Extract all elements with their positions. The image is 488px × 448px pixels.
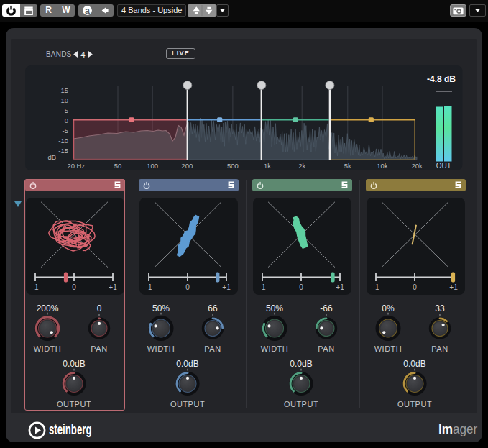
svg-text:-1: -1 xyxy=(373,283,379,291)
svg-text:+1: +1 xyxy=(222,283,231,291)
svg-text:0: 0 xyxy=(185,283,190,291)
svg-text:-1: -1 xyxy=(146,283,152,291)
svg-text:-1: -1 xyxy=(259,283,266,291)
svg-text:0: 0 xyxy=(299,283,303,291)
svg-text:+1: +1 xyxy=(449,283,458,291)
svg-text:0: 0 xyxy=(413,283,417,291)
svg-text:+1: +1 xyxy=(336,283,344,291)
